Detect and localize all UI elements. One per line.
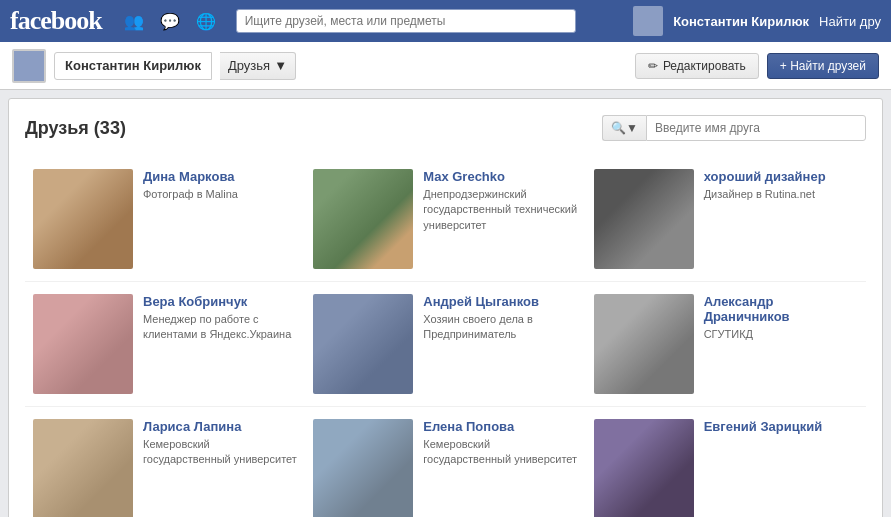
- friend-description: Хозяин своего дела в Предприниматель: [423, 312, 577, 343]
- user-area: Константин Кирилюк Найти дру: [633, 6, 881, 36]
- friends-search-area: 🔍 ▼: [602, 115, 866, 141]
- chevron-down-icon: ▼: [626, 121, 638, 135]
- friend-photo: [33, 294, 133, 394]
- friend-name-link[interactable]: Лариса Лапина: [143, 419, 297, 434]
- add-friend-button[interactable]: + Найти друзей: [767, 53, 879, 79]
- friend-name-link[interactable]: Евгений Зарицкий: [704, 419, 858, 434]
- user-avatar: [633, 6, 663, 36]
- friends-title: Друзья (33): [25, 118, 126, 139]
- edit-button[interactable]: ✏ Редактировать: [635, 53, 759, 79]
- friend-photo: [33, 419, 133, 517]
- friends-header: Друзья (33) 🔍 ▼: [25, 115, 866, 141]
- friend-description: Кемеровский государственный университет: [143, 437, 297, 468]
- profile-name-button[interactable]: Константин Кирилюк: [54, 52, 212, 80]
- friend-photo: [313, 419, 413, 517]
- friend-photo: [594, 419, 694, 517]
- friends-grid: Дина МарковаФотограф в MalinaMax Grechko…: [25, 157, 866, 517]
- friends-search-button[interactable]: 🔍 ▼: [602, 115, 646, 141]
- friend-card: Елена ПоповаКемеровский государственный …: [305, 407, 585, 517]
- profile-avatar: [12, 49, 46, 83]
- friend-photo: [313, 294, 413, 394]
- friends-search-input[interactable]: [646, 115, 866, 141]
- friend-card: Лариса ЛапинаКемеровский государственный…: [25, 407, 305, 517]
- friend-description: СГУТИКД: [704, 327, 858, 342]
- main-content: Друзья (33) 🔍 ▼ Дина МарковаФотограф в M…: [8, 98, 883, 517]
- profile-bar: Константин Кирилюк Друзья ▼ ✏ Редактиров…: [0, 42, 891, 90]
- friend-photo: [594, 294, 694, 394]
- search-icon: 🔍: [611, 121, 626, 135]
- friend-card: Андрей ЦыганковХозяин своего дела в Пред…: [305, 282, 585, 407]
- friend-card: Александр ДраничниковСГУТИКД: [586, 282, 866, 407]
- friend-name-link[interactable]: хороший дизайнер: [704, 169, 858, 184]
- friend-photo: [33, 169, 133, 269]
- facebook-logo: facebook: [10, 6, 102, 36]
- friend-name-link[interactable]: Max Grechko: [423, 169, 577, 184]
- friend-description: Кемеровский государственный университет: [423, 437, 577, 468]
- user-name-link[interactable]: Константин Кирилюк: [673, 14, 809, 29]
- friend-description: Дизайнер в Rutina.net: [704, 187, 858, 202]
- messages-icon[interactable]: 💬: [156, 10, 184, 33]
- friend-name-link[interactable]: Елена Попова: [423, 419, 577, 434]
- friend-name-link[interactable]: Вера Кобринчук: [143, 294, 297, 309]
- top-navigation: facebook 👥 💬 🌐 Константин Кирилюк Найти …: [0, 0, 891, 42]
- friend-photo: [313, 169, 413, 269]
- friend-name-link[interactable]: Андрей Цыганков: [423, 294, 577, 309]
- friend-card: Евгений Зарицкий: [586, 407, 866, 517]
- friend-description: Днепродзержинский государственный технич…: [423, 187, 577, 233]
- friend-card: хороший дизайнерДизайнер в Rutina.net: [586, 157, 866, 282]
- friend-description: Менеджер по работе с клиентами в Яндекс.…: [143, 312, 297, 343]
- friend-name-link[interactable]: Александр Драничников: [704, 294, 858, 324]
- friends-tab-button[interactable]: Друзья ▼: [220, 52, 296, 80]
- friends-icon[interactable]: 👥: [120, 10, 148, 33]
- friend-name-link[interactable]: Дина Маркова: [143, 169, 297, 184]
- friend-card: Дина МарковаФотограф в Malina: [25, 157, 305, 282]
- friend-card: Max GrechkoДнепродзержинский государстве…: [305, 157, 585, 282]
- pencil-icon: ✏: [648, 59, 658, 73]
- notifications-icon[interactable]: 🌐: [192, 10, 220, 33]
- find-friends-link[interactable]: Найти дру: [819, 14, 881, 29]
- friend-photo: [594, 169, 694, 269]
- friend-card: Вера КобринчукМенеджер по работе с клиен…: [25, 282, 305, 407]
- action-buttons: ✏ Редактировать + Найти друзей: [635, 53, 879, 79]
- search-input[interactable]: [236, 9, 576, 33]
- friend-description: Фотограф в Malina: [143, 187, 297, 202]
